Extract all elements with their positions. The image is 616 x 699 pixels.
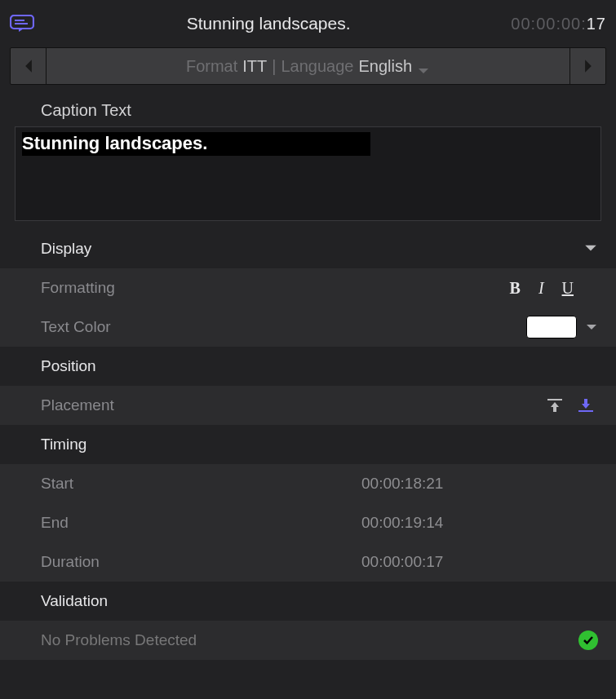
next-caption-button[interactable] bbox=[569, 48, 605, 84]
timing-duration-row: Duration 00:00:00:17 bbox=[0, 542, 616, 582]
format-language-bar: Format ITT | Language English bbox=[10, 47, 606, 85]
display-section-header[interactable]: Display bbox=[0, 229, 616, 268]
duration-timecode: 00:00:00:17 bbox=[511, 15, 606, 33]
text-color-row: Text Color bbox=[0, 307, 616, 347]
caption-title: Stunning landscapes. bbox=[26, 14, 511, 33]
position-section-header: Position bbox=[0, 347, 616, 386]
placement-row: Placement bbox=[0, 386, 616, 425]
text-color-dropdown[interactable] bbox=[585, 318, 598, 336]
validation-ok-icon bbox=[578, 630, 598, 650]
formatting-row: Formatting B I U bbox=[0, 268, 616, 307]
italic-button[interactable]: I bbox=[538, 279, 544, 298]
format-language-dropdown[interactable]: Format ITT | Language English bbox=[47, 48, 569, 84]
chevron-down-icon bbox=[583, 240, 598, 258]
prev-caption-button[interactable] bbox=[11, 48, 47, 84]
timing-end-row: End 00:00:19:14 bbox=[0, 503, 616, 542]
timing-start-row: Start 00:00:18:21 bbox=[0, 464, 616, 503]
caption-text-label: Caption Text bbox=[0, 93, 616, 126]
placement-top-button[interactable] bbox=[546, 397, 564, 414]
validation-status-row: No Problems Detected bbox=[0, 621, 616, 660]
caption-text-input[interactable]: Stunning landscapes. bbox=[15, 126, 601, 221]
end-time-field[interactable]: 00:00:19:14 bbox=[361, 514, 598, 532]
duration-time-field[interactable]: 00:00:00:17 bbox=[361, 553, 598, 571]
underline-button[interactable]: U bbox=[562, 279, 574, 298]
caption-text-value: Stunning landscapes. bbox=[22, 132, 370, 156]
validation-section-header: Validation bbox=[0, 582, 616, 621]
placement-bottom-button[interactable] bbox=[577, 397, 595, 414]
chevron-down-icon bbox=[417, 61, 430, 71]
timing-section-header: Timing bbox=[0, 425, 616, 464]
bold-button[interactable]: B bbox=[510, 279, 521, 298]
start-time-field[interactable]: 00:00:18:21 bbox=[361, 475, 598, 493]
text-color-swatch[interactable] bbox=[526, 316, 577, 338]
